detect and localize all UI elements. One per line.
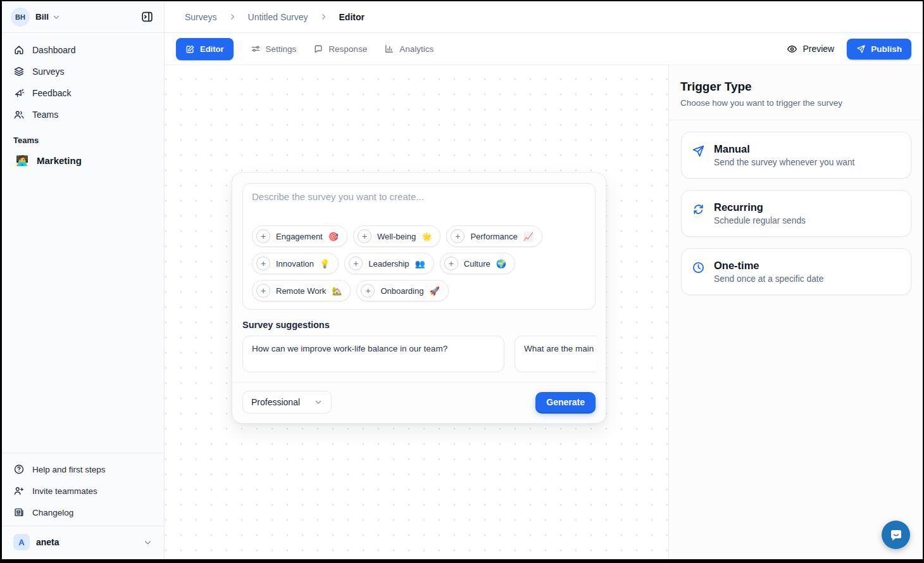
- publish-label: Publish: [871, 44, 902, 54]
- sidebar-item-label: Feedback: [32, 88, 71, 98]
- layers-icon: [13, 66, 25, 77]
- user-plus-icon: [13, 485, 25, 497]
- generate-button[interactable]: Generate: [535, 392, 596, 412]
- preview-button[interactable]: Preview: [787, 44, 834, 54]
- preview-label: Preview: [802, 44, 834, 54]
- sidebar: BH Bill Dashboard Surv: [2, 1, 165, 559]
- home-icon: [13, 44, 25, 56]
- sidebar-item-surveys[interactable]: Surveys: [7, 61, 159, 82]
- tab-analytics[interactable]: Analytics: [384, 44, 434, 54]
- tab-label: Analytics: [399, 44, 434, 54]
- option-description: Send once at a specific date: [714, 274, 823, 284]
- sidebar-item-label: Changelog: [32, 508, 73, 517]
- sidebar-item-changelog[interactable]: Changelog: [7, 502, 159, 523]
- workspace-switcher[interactable]: BH Bill: [2, 1, 164, 33]
- send-icon: [856, 44, 866, 54]
- sliders-icon: [251, 44, 261, 54]
- topic-chip[interactable]: +Remote Work🏡: [252, 280, 351, 301]
- editor-canvas[interactable]: +Engagement🎯+Well-being🌟+Performance📈+In…: [165, 65, 668, 559]
- tone-select[interactable]: Professional: [242, 391, 332, 414]
- users-icon: [13, 109, 25, 120]
- survey-description-input[interactable]: [252, 191, 586, 225]
- option-title: One-time: [714, 260, 823, 272]
- topic-chip[interactable]: +Performance📈: [446, 225, 542, 247]
- chip-label: Well-being: [377, 232, 416, 241]
- topic-chip[interactable]: +Engagement🎯: [252, 225, 347, 247]
- topic-chip[interactable]: +Culture🌍: [440, 253, 515, 274]
- suggestion-card[interactable]: How can we improve work-life balance in …: [242, 336, 504, 372]
- breadcrumb-surveys[interactable]: Surveys: [185, 12, 217, 22]
- plus-icon: +: [451, 229, 465, 243]
- teams-section-label: Teams: [2, 125, 164, 149]
- sidebar-item-invite[interactable]: Invite teammates: [7, 480, 159, 502]
- option-description: Schedule regular sends: [714, 216, 806, 225]
- plus-icon: +: [444, 256, 458, 270]
- chip-label: Innovation: [276, 259, 314, 269]
- sidebar-item-help[interactable]: Help and first steps: [7, 459, 159, 480]
- chevron-right-icon: [228, 13, 237, 21]
- user-menu[interactable]: A aneta: [7, 529, 159, 555]
- eye-icon: [787, 44, 797, 54]
- plus-icon: +: [256, 256, 270, 270]
- tab-response[interactable]: Response: [313, 44, 367, 54]
- sidebar-item-dashboard[interactable]: Dashboard: [7, 39, 159, 61]
- repeat-icon: [692, 203, 705, 225]
- chip-emoji-icon: 📈: [523, 232, 534, 241]
- sidebar-nav: Dashboard Surveys Feedback Teams: [2, 33, 164, 125]
- sidebar-collapse-button[interactable]: [139, 9, 155, 25]
- bar-chart-icon: [384, 44, 394, 54]
- topic-chip[interactable]: +Onboarding🚀: [356, 280, 448, 301]
- sidebar-item-teams[interactable]: Teams: [7, 104, 159, 125]
- chip-label: Remote Work: [276, 286, 326, 296]
- edit-pencil-icon: [185, 44, 195, 54]
- chip-emoji-icon: 🏡: [332, 286, 342, 296]
- chevron-down-icon: [314, 398, 323, 407]
- chip-label: Culture: [464, 259, 490, 269]
- trigger-option-manual[interactable]: Manual Send the survey whenever you want: [681, 132, 911, 179]
- publish-button[interactable]: Publish: [847, 39, 911, 60]
- prompt-box: +Engagement🎯+Well-being🌟+Performance📈+In…: [242, 183, 596, 310]
- plus-icon: +: [358, 229, 371, 243]
- main-area: Surveys Untitled Survey Editor Editor: [165, 1, 923, 559]
- chevron-down-icon: [52, 13, 61, 22]
- panel-title: Trigger Type: [680, 80, 911, 94]
- chip-label: Leadership: [368, 259, 409, 269]
- user-avatar: A: [13, 534, 30, 550]
- topic-chip[interactable]: +Innovation💡: [252, 253, 339, 274]
- send-icon: [692, 144, 705, 167]
- option-title: Recurring: [714, 201, 806, 213]
- tone-value: Professional: [251, 397, 300, 407]
- trigger-type-panel: Trigger Type Choose how you want to trig…: [668, 65, 923, 559]
- breadcrumb-untitled-survey[interactable]: Untitled Survey: [248, 12, 308, 22]
- tab-settings[interactable]: Settings: [251, 44, 297, 54]
- chip-label: Performance: [470, 232, 517, 241]
- sidebar-divider: [2, 526, 164, 526]
- tab-label: Editor: [200, 44, 224, 54]
- sidebar-item-label: Surveys: [32, 66, 65, 77]
- survey-composer-card: +Engagement🎯+Well-being🌟+Performance📈+In…: [232, 172, 606, 424]
- trigger-option-recurring[interactable]: Recurring Schedule regular sends: [681, 190, 911, 237]
- panel-collapse-icon: [140, 10, 154, 23]
- suggestion-card[interactable]: What are the main ob: [515, 336, 596, 372]
- trigger-option-one-time[interactable]: One-time Send once at a specific date: [681, 248, 911, 295]
- chip-label: Onboarding: [380, 286, 423, 296]
- chip-label: Engagement: [276, 232, 323, 241]
- topic-chip[interactable]: +Well-being🌟: [353, 225, 440, 247]
- trigger-options: Manual Send the survey whenever you want…: [669, 120, 923, 295]
- chat-launcher-button[interactable]: [882, 521, 910, 549]
- suggestions-title: Survey suggestions: [242, 320, 596, 330]
- user-name: aneta: [36, 537, 59, 547]
- clock-icon: [692, 261, 705, 284]
- chat-bubble-icon: [889, 528, 904, 543]
- tab-label: Settings: [266, 44, 297, 54]
- sidebar-footer-nav: Help and first steps Invite teammates Ch…: [2, 453, 164, 526]
- sidebar-item-feedback[interactable]: Feedback: [7, 82, 159, 104]
- team-name: Marketing: [37, 155, 82, 166]
- workspace-avatar: BH: [11, 8, 30, 27]
- tab-editor[interactable]: Editor: [176, 38, 234, 60]
- sidebar-item-team-marketing[interactable]: 🧑‍💻 Marketing: [7, 149, 159, 172]
- changelog-icon: [13, 507, 25, 518]
- topic-chip[interactable]: +Leadership👥: [344, 253, 434, 274]
- megaphone-icon: [13, 87, 25, 99]
- chevron-right-icon: [320, 13, 328, 21]
